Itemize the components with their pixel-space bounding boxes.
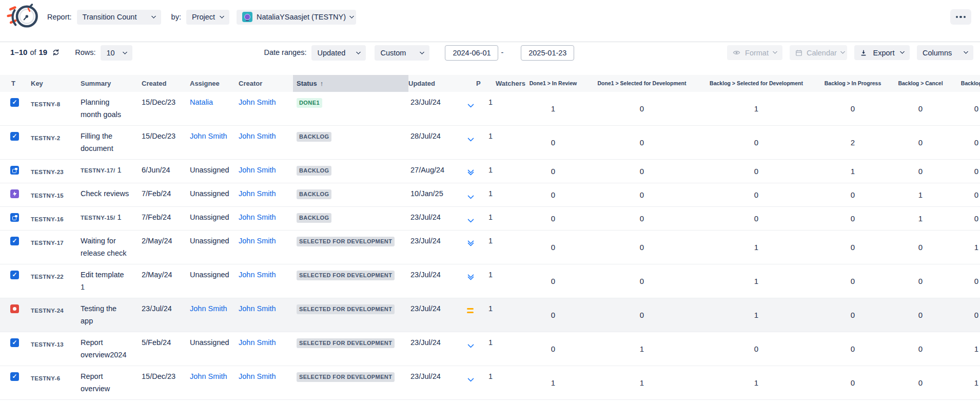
priority-cell (466, 264, 488, 298)
issue-key[interactable]: TESTNY-15 (31, 183, 81, 207)
column-header-transition-2[interactable]: Backlog > Selected for Development (695, 75, 818, 92)
calendar-button[interactable]: Calendar (790, 45, 847, 60)
columns-button[interactable]: Columns (917, 45, 973, 60)
updated-date: 23/Jul/24 (408, 264, 466, 298)
issue-summary[interactable]: Filling the document (81, 126, 142, 160)
export-button[interactable]: Export (854, 45, 910, 60)
priority-cell (466, 92, 488, 126)
calendar-label: Calendar (807, 49, 837, 57)
issue-key[interactable]: TESTNY-13 (31, 332, 81, 366)
issue-key[interactable]: TESTNY-6 (31, 366, 81, 400)
transition-count: 0 (589, 160, 695, 183)
issue-summary[interactable]: Report overview2024 (81, 332, 142, 366)
column-header-watchers[interactable]: Watchers (488, 75, 517, 92)
issue-key[interactable]: TESTNY-24 (31, 298, 81, 332)
assignee[interactable]: Unassigned (190, 264, 239, 298)
assignee[interactable]: Unassigned (190, 183, 239, 207)
issue-key[interactable]: TESTNY-22 (31, 264, 81, 298)
report-type-value: Transition Count (83, 13, 137, 21)
column-header-transition-1[interactable]: Done1 > Selected for Development (589, 75, 695, 92)
assignee[interactable]: Unassigned (190, 207, 239, 231)
column-header-transition-5[interactable]: Backlog > C (953, 75, 980, 92)
type-cell (0, 264, 31, 298)
issue-summary[interactable]: TESTNY-17/ 1 (81, 160, 142, 183)
creator[interactable]: John Smith (239, 298, 293, 332)
column-header-updated[interactable]: Updated (408, 75, 466, 92)
transition-count: 2 (818, 126, 888, 160)
issue-summary[interactable]: Waiting for release check (81, 231, 142, 264)
assignee[interactable]: John Smith (190, 298, 239, 332)
table-row: TESTNY-15 Check reviews 7/Feb/24 Unassig… (0, 183, 980, 207)
date-to-input[interactable] (521, 45, 574, 61)
issue-summary[interactable]: Report overview (81, 366, 142, 400)
creator[interactable]: John Smith (239, 183, 293, 207)
column-header-transition-0[interactable]: Done1 > In Review (517, 75, 589, 92)
creator[interactable]: John Smith (239, 92, 293, 126)
priority-low-icon (467, 342, 475, 347)
issue-key[interactable]: TESTNY-16 (31, 207, 81, 231)
group-by-select[interactable]: Project (186, 10, 229, 25)
watchers-count: 1 (488, 264, 517, 298)
watchers-count: 1 (488, 366, 517, 400)
summary-text: Report overview (81, 372, 110, 393)
assignee[interactable]: John Smith (190, 126, 239, 160)
column-header-transition-4[interactable]: Backlog > Cancel (888, 75, 953, 92)
created-date: 5/Feb/24 (142, 332, 190, 366)
column-header-creator[interactable]: Creator (239, 75, 293, 92)
assignee[interactable]: Natalia (190, 92, 239, 126)
column-header-created[interactable]: Created (142, 75, 190, 92)
transition-count: 0 (517, 264, 589, 298)
issue-summary[interactable]: Edit template 1 (81, 264, 142, 298)
project-select[interactable]: NataliaYSaasjet (TESTNY) (237, 10, 356, 25)
transition-count: 0 (888, 92, 953, 126)
issue-summary[interactable]: Check reviews (81, 183, 142, 207)
watchers-count: 1 (488, 160, 517, 183)
column-header-assignee[interactable]: Assignee (190, 75, 239, 92)
watchers-count: 1 (488, 183, 517, 207)
issue-key[interactable]: TESTNY-2 (31, 126, 81, 160)
column-header-status-sorted[interactable]: Status (293, 75, 408, 92)
creator[interactable]: John Smith (239, 264, 293, 298)
creator[interactable]: John Smith (239, 126, 293, 160)
transition-count: 0 (517, 160, 589, 183)
date-mode-select[interactable]: Custom (375, 45, 429, 61)
creator[interactable]: John Smith (239, 207, 293, 231)
transition-count: 1 (589, 366, 695, 400)
rows-per-page-select[interactable]: 10 (101, 45, 132, 61)
transition-count: 1 (517, 366, 589, 400)
created-date: 15/Dec/23 (142, 126, 190, 160)
transition-count: 1 (695, 264, 818, 298)
column-header-key[interactable]: Key (31, 75, 81, 92)
assignee[interactable]: John Smith (190, 366, 239, 400)
priority-cell (466, 231, 488, 264)
assignee[interactable]: Unassigned (190, 231, 239, 264)
more-options-button[interactable] (950, 9, 971, 25)
refresh-icon[interactable] (52, 49, 60, 56)
issue-summary[interactable]: Planning month goals (81, 92, 142, 126)
report-type-select[interactable]: Transition Count (77, 10, 161, 25)
format-button[interactable]: Format (727, 45, 782, 60)
transition-count: 1 (888, 183, 953, 207)
date-separator: - (501, 48, 503, 56)
issue-key[interactable]: TESTNY-8 (31, 92, 81, 126)
column-header-transition-3[interactable]: Backlog > In Progress (818, 75, 888, 92)
date-field-select[interactable]: Updated (311, 45, 366, 61)
issue-key[interactable]: TESTNY-17 (31, 231, 81, 264)
assignee[interactable]: Unassigned (190, 160, 239, 183)
assignee[interactable]: Unassigned (190, 332, 239, 366)
column-header-priority[interactable]: P (466, 75, 488, 92)
subtask-icon (10, 166, 19, 175)
creator[interactable]: John Smith (239, 160, 293, 183)
column-header-summary[interactable]: Summary (81, 75, 142, 92)
summary-text: 1 (115, 213, 122, 221)
column-header-type[interactable]: T (0, 75, 31, 92)
issue-summary[interactable]: Testing the app (81, 298, 142, 332)
issue-key[interactable]: TESTNY-23 (31, 160, 81, 183)
transition-count: 0 (818, 183, 888, 207)
issue-summary[interactable]: TESTNY-15/ 1 (81, 207, 142, 231)
pagination-of-label: of (30, 48, 36, 56)
creator[interactable]: John Smith (239, 332, 293, 366)
creator[interactable]: John Smith (239, 231, 293, 264)
date-from-input[interactable] (445, 45, 498, 61)
creator[interactable]: John Smith (239, 366, 293, 400)
